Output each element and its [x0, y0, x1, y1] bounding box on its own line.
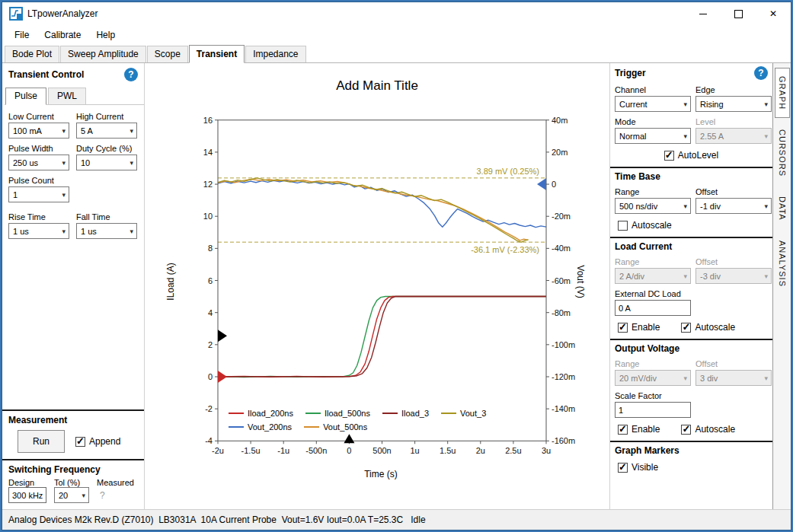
external-dc-load-input[interactable] — [615, 300, 691, 316]
load-current-autoscale-label: Autoscale — [695, 322, 735, 333]
trigger-section: Trigger ? Channel Edge Current▾ Rising▾ … — [610, 63, 772, 167]
side-tab-graph[interactable]: GRAPH — [775, 68, 790, 118]
maximize-button[interactable] — [721, 2, 756, 25]
pulse-count-select[interactable]: 1▾ — [8, 186, 69, 202]
switching-frequency-section: Switching Frequency Design Tol (%) Measu… — [2, 459, 144, 509]
mode-label: Mode — [615, 117, 691, 126]
trigger-time-marker[interactable] — [344, 434, 354, 443]
design-label: Design — [8, 478, 46, 487]
run-button[interactable]: Run — [18, 430, 65, 453]
scale-factor-input[interactable] — [615, 402, 691, 418]
autolevel-checkbox[interactable] — [664, 151, 674, 161]
x-tick-label: 0 — [347, 446, 351, 455]
y-left-tick-label: 4 — [208, 308, 213, 317]
title-bar: LTpowerAnalyzer ✕ — [2, 2, 791, 25]
menu-help[interactable]: Help — [88, 25, 123, 44]
tab-sweep-amplitude[interactable]: Sweep Amplitude — [60, 46, 146, 62]
trigger-level-marker[interactable] — [218, 330, 227, 342]
low-current-select[interactable]: 100 mA▾ — [8, 123, 69, 139]
y-right-tick-label: 20m — [552, 148, 568, 157]
y-left-tick-label: 8 — [208, 244, 213, 253]
tab-scope[interactable]: Scope — [147, 46, 188, 62]
close-button[interactable]: ✕ — [756, 2, 791, 25]
external-dc-load-label: External DC Load — [615, 289, 691, 298]
design-frequency-input[interactable] — [8, 487, 46, 503]
transient-chart[interactable]: -2u-1.5u-1u-500n0500n1u1.5u2u2.5u3u16141… — [145, 63, 609, 509]
time-base-autoscale-checkbox[interactable] — [618, 221, 628, 231]
load-current-range-label: Range — [615, 257, 691, 266]
markers-visible-checkbox[interactable] — [618, 463, 628, 473]
vout-zero-marker[interactable] — [537, 178, 546, 190]
help-icon[interactable]: ? — [754, 66, 768, 80]
x-tick-label: -2u — [212, 446, 224, 455]
time-base-section: Time Base Range Offset 500 ns/div▾ -1 di… — [610, 167, 772, 237]
duty-cycle-select[interactable]: 10▾ — [76, 155, 137, 170]
high-current-select[interactable]: 5 A▾ — [76, 123, 137, 139]
y-left-tick-label: 2 — [208, 340, 213, 349]
subtab-pulse[interactable]: Pulse — [5, 88, 46, 105]
append-checkbox[interactable] — [75, 437, 85, 447]
tab-transient[interactable]: Transient — [189, 45, 245, 63]
load-current-enable-checkbox[interactable] — [618, 323, 628, 333]
channel-label: Channel — [615, 85, 691, 94]
autolevel-label: AutoLevel — [678, 150, 718, 161]
menu-file[interactable]: File — [7, 25, 37, 44]
time-base-range-select[interactable]: 500 ns/div▾ — [615, 198, 691, 214]
side-tab-analysis[interactable]: ANALYSIS — [775, 232, 790, 295]
time-base-offset-select[interactable]: -1 div▾ — [695, 198, 772, 214]
y-axis-right-label: Vout (V) — [575, 236, 586, 327]
series-Iload_200ns — [218, 297, 546, 377]
output-voltage-offset-label: Offset — [695, 359, 772, 368]
load-current-autoscale-checkbox[interactable] — [681, 323, 691, 333]
x-tick-label: 1.5u — [440, 446, 456, 455]
tab-impedance[interactable]: Impedance — [245, 46, 305, 62]
time-base-title: Time Base — [615, 171, 768, 182]
chevron-down-icon: ▾ — [130, 228, 133, 235]
tab-bode-plot[interactable]: Bode Plot — [5, 46, 59, 62]
duty-cycle-label: Duty Cycle (%) — [76, 144, 137, 153]
legend-entry: Iload_500ns — [305, 409, 370, 418]
series-Iload_3 — [218, 297, 546, 377]
legend-swatch — [229, 426, 244, 428]
help-icon[interactable]: ? — [124, 68, 138, 81]
measured-value: ? — [97, 490, 142, 501]
minimize-button[interactable] — [686, 2, 721, 25]
chevron-down-icon: ▾ — [764, 272, 768, 280]
load-current-title: Load Current — [615, 241, 768, 252]
chart-title[interactable]: Add Main Title — [145, 78, 609, 94]
chevron-down-icon: ▾ — [62, 191, 66, 199]
chevron-down-icon: ▾ — [683, 272, 687, 280]
chart-legend: Iload_200nsIload_500nsIload_3Vout_3Vout_… — [229, 406, 541, 434]
trigger-mode-select[interactable]: Normal▾ — [615, 128, 691, 144]
rise-time-select[interactable]: 1 us▾ — [8, 223, 69, 239]
subtab-pwl[interactable]: PWL — [48, 88, 86, 104]
side-tab-data[interactable]: DATA — [775, 188, 790, 229]
plot-area: -2u-1.5u-1u-500n0500n1u1.5u2u2.5u3u16141… — [145, 63, 609, 509]
time-base-autoscale-label: Autoscale — [632, 220, 672, 231]
y-right-tick-label: -40m — [552, 244, 571, 253]
iload-zero-marker[interactable] — [218, 371, 227, 383]
vout-max-annotation: 3.89 mV (0.25%) — [357, 167, 539, 176]
trigger-channel-select[interactable]: Current▾ — [615, 96, 691, 112]
pulse-width-select[interactable]: 250 us▾ — [8, 155, 69, 170]
x-tick-label: 2.5u — [505, 446, 521, 455]
measured-label: Measured — [97, 478, 142, 487]
menu-calibrate[interactable]: Calibrate — [37, 25, 88, 44]
tolerance-select[interactable]: 20▾ — [54, 487, 89, 503]
scale-factor-label: Scale Factor — [615, 391, 691, 400]
chevron-down-icon: ▾ — [683, 374, 687, 382]
output-voltage-autoscale-checkbox[interactable] — [681, 425, 691, 435]
output-voltage-enable-checkbox[interactable] — [618, 425, 628, 435]
fall-time-select[interactable]: 1 us▾ — [76, 223, 137, 239]
legend-entry: Iload_3 — [382, 409, 429, 418]
legend-swatch — [382, 413, 398, 414]
legend-swatch — [305, 413, 321, 414]
x-tick-label: 500n — [373, 446, 391, 455]
y-left-tick-label: 0 — [208, 372, 213, 381]
chevron-down-icon: ▾ — [82, 492, 85, 499]
x-tick-label: 3u — [542, 446, 551, 455]
series-Iload_500ns — [218, 297, 546, 377]
trigger-edge-select[interactable]: Rising▾ — [695, 96, 772, 112]
side-tab-cursors[interactable]: CURSORS — [775, 121, 790, 185]
legend-entry: Vout_500ns — [304, 422, 367, 432]
